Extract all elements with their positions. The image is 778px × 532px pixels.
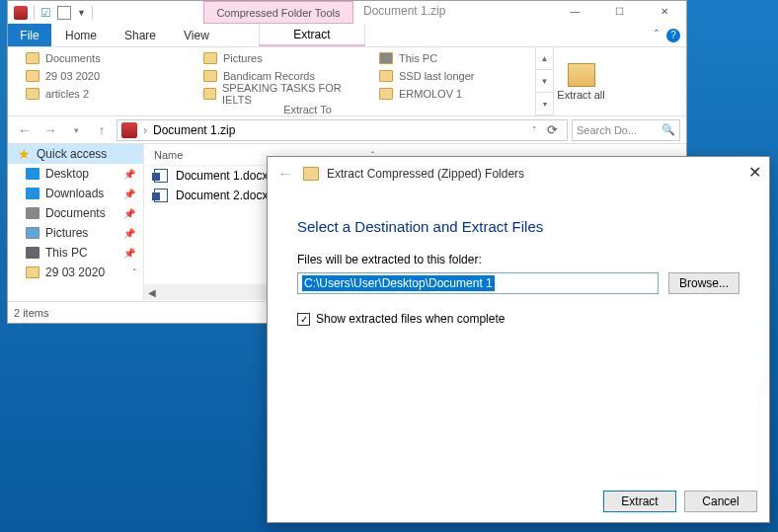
properties-icon[interactable]: ☑ [40, 6, 51, 20]
star-icon: ★ [18, 146, 31, 162]
help-icon[interactable]: ? [666, 29, 680, 42]
documents-icon [26, 207, 39, 219]
ribbon-dest[interactable]: 29 03 2020 [26, 68, 186, 84]
nav-item-desktop[interactable]: Desktop📌 [8, 164, 143, 184]
ribbon-dest[interactable]: ERMOLOV 1 [379, 86, 535, 102]
scroll-left-icon[interactable]: ◀ [144, 287, 160, 298]
qat-dropdown-icon[interactable]: ▼ [77, 8, 86, 18]
close-button[interactable]: ✕ [748, 163, 761, 182]
folder-icon [203, 70, 217, 82]
file-name: Document 2.docx [176, 189, 268, 202]
nav-back-button[interactable]: ← [14, 119, 36, 141]
nav-forward-button[interactable]: → [39, 119, 61, 141]
pc-icon [379, 52, 393, 64]
minimize-button[interactable]: — [553, 1, 597, 21]
ribbon-dest[interactable]: SSD last longer [379, 68, 535, 84]
app-icon [14, 6, 28, 20]
ribbon: Documents 29 03 2020 articles 2 Pictures… [8, 47, 686, 116]
pc-icon [26, 247, 39, 259]
window-title: Document 1.zip [363, 4, 445, 18]
pin-icon: 📌 [123, 228, 135, 239]
dialog-titlebar: ← Extract Compressed (Zipped) Folders ✕ [268, 157, 769, 190]
browse-button[interactable]: Browse... [668, 272, 739, 294]
titlebar: ☑ ▼ Compressed Folder Tools Document 1.z… [8, 1, 686, 24]
ribbon-dest[interactable]: Documents [26, 50, 186, 66]
desktop-icon [26, 168, 39, 180]
ribbon-tabs: File Home Share View Extract ˆ ? [8, 24, 686, 47]
extract-dialog: ← Extract Compressed (Zipped) Folders ✕ … [267, 156, 770, 523]
ribbon-section-label: Extract To [8, 104, 607, 115]
folder-icon [379, 70, 393, 82]
window-controls: — ☐ ✕ [553, 1, 686, 21]
destination-path-input[interactable]: C:\Users\User\Desktop\Document 1 [297, 272, 659, 294]
breadcrumb[interactable]: Document 1.zip [153, 123, 235, 137]
pin-icon: 📌 [123, 208, 135, 219]
folder-icon [203, 52, 217, 64]
nav-item-thispc[interactable]: This PC📌 [8, 243, 143, 263]
checkbox-label: Show extracted files when complete [316, 312, 505, 326]
pin-icon: 📌 [123, 248, 135, 259]
chevron-down-icon[interactable]: ˅ [132, 267, 137, 277]
ribbon-dest[interactable]: Pictures [203, 50, 361, 66]
breadcrumb-sep: › [143, 123, 147, 137]
tab-file[interactable]: File [8, 24, 51, 46]
show-extracted-checkbox[interactable]: ✓ Show extracted files when complete [297, 312, 739, 326]
back-icon[interactable]: ← [277, 165, 293, 183]
status-items-count: 2 items [14, 307, 48, 319]
tab-share[interactable]: Share [111, 24, 170, 46]
search-input[interactable]: Search Do... 🔍 [572, 119, 680, 141]
nav-history-icon[interactable]: ▾ [65, 119, 87, 141]
close-button[interactable]: ✕ [642, 1, 686, 21]
nav-item-folder[interactable]: 29 03 2020˅ [8, 263, 143, 282]
folder-icon [26, 70, 39, 82]
pin-icon: 📌 [123, 169, 135, 180]
column-name-label: Name [154, 149, 183, 161]
address-dropdown-icon[interactable]: ˅ [532, 125, 537, 135]
word-doc-icon [154, 169, 168, 183]
dialog-title: Extract Compressed (Zipped) Folders [327, 167, 524, 181]
folder-icon [379, 88, 393, 100]
ribbon-collapse-icon[interactable]: ˆ [655, 29, 659, 42]
address-bar: ← → ▾ ↑ › Document 1.zip ˅ ⟳ Search Do..… [8, 116, 686, 144]
nav-label: Quick access [37, 147, 107, 161]
ribbon-dest[interactable]: articles 2 [26, 86, 186, 102]
ribbon-dest[interactable]: SPEAKING TASKS FOR IELTS [203, 86, 361, 102]
tab-extract[interactable]: Extract [259, 24, 365, 46]
archive-icon [121, 122, 137, 138]
folder-icon [26, 52, 39, 64]
cancel-button[interactable]: Cancel [684, 491, 757, 512]
extract-button[interactable]: Extract [603, 491, 676, 512]
tab-home[interactable]: Home [51, 24, 111, 46]
new-folder-icon[interactable] [57, 6, 71, 20]
nav-up-button[interactable]: ↑ [91, 119, 113, 141]
refresh-button[interactable]: ⟳ [541, 122, 563, 137]
dialog-heading: Select a Destination and Extract Files [297, 218, 739, 235]
folder-icon [26, 266, 39, 278]
destination-path-value: C:\Users\User\Desktop\Document 1 [302, 275, 495, 291]
ribbon-dest[interactable]: This PC [379, 50, 535, 66]
scroll-down-icon[interactable]: ▼ [536, 70, 553, 93]
dialog-buttons: Extract Cancel [603, 491, 757, 512]
nav-item-documents[interactable]: Documents📌 [8, 203, 143, 223]
downloads-icon [26, 188, 39, 199]
nav-quick-access[interactable]: ★ Quick access [8, 144, 143, 164]
nav-label: 29 03 2020 [45, 266, 105, 279]
nav-label: Pictures [45, 226, 88, 240]
separator [92, 6, 93, 20]
separator [34, 6, 35, 20]
file-name: Document 1.docx [176, 169, 268, 183]
nav-label: Desktop [45, 167, 89, 181]
nav-item-downloads[interactable]: Downloads📌 [8, 184, 143, 203]
extract-all-icon [568, 63, 595, 87]
pictures-icon [26, 227, 39, 239]
tab-view[interactable]: View [170, 24, 223, 46]
contextual-tab-label: Compressed Folder Tools [203, 1, 353, 24]
scroll-up-icon[interactable]: ▲ [536, 47, 553, 70]
maximize-button[interactable]: ☐ [597, 1, 642, 21]
nav-item-pictures[interactable]: Pictures📌 [8, 223, 143, 243]
checkbox-icon: ✓ [297, 313, 310, 326]
address-input[interactable]: › Document 1.zip ˅ ⟳ [117, 119, 568, 141]
search-placeholder: Search Do... [577, 124, 637, 136]
navigation-pane: ★ Quick access Desktop📌 Downloads📌 Docum… [8, 144, 144, 300]
quick-access-toolbar: ☑ ▼ [8, 6, 93, 20]
